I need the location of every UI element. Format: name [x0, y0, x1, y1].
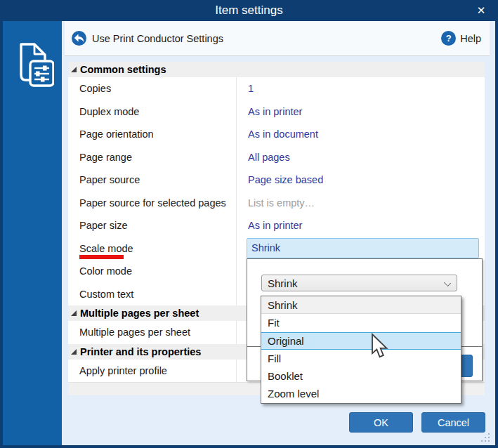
row-value[interactable]: 1: [236, 77, 485, 100]
option-fill[interactable]: Fill: [261, 350, 461, 367]
item-settings-dialog: Item settings ✕: [0, 0, 498, 448]
row-value[interactable]: All pages: [236, 146, 485, 169]
help-button[interactable]: ? Help: [441, 31, 481, 46]
scale-mode-selected-cell[interactable]: Shrink: [247, 238, 479, 258]
ok-button[interactable]: OK: [349, 412, 413, 433]
row-duplex-mode[interactable]: Duplex mode As in printer: [68, 100, 485, 124]
use-print-conductor-settings-button[interactable]: Use Print Conductor Settings: [72, 31, 223, 46]
option-fit[interactable]: Fit: [261, 314, 461, 331]
dialog-body: Use Print Conductor Settings ? Help Comm…: [3, 21, 495, 445]
row-value[interactable]: Page size based: [236, 169, 485, 192]
triangle-expanded-icon: [71, 310, 77, 316]
row-paper-source-selected-pages[interactable]: Paper source for selected pages List is …: [68, 192, 485, 215]
toolbar: Use Print Conductor Settings ? Help: [65, 21, 490, 56]
row-label: Custom text: [68, 283, 236, 306]
row-label: Paper source for selected pages: [68, 192, 236, 215]
cancel-button[interactable]: Cancel: [421, 412, 485, 433]
triangle-expanded-icon: [71, 67, 77, 72]
red-underline-annotation: [79, 255, 124, 259]
row-value[interactable]: List is empty…: [236, 192, 485, 215]
row-label: Paper source: [68, 169, 236, 192]
mouse-arrow-pointer: [371, 333, 389, 362]
dialog-title: Item settings: [0, 0, 498, 21]
row-value[interactable]: As in document: [236, 123, 485, 146]
row-label: Color mode: [68, 260, 236, 283]
undo-arrow-icon: [72, 31, 86, 46]
row-value[interactable]: As in printer: [236, 100, 485, 124]
section-common-settings[interactable]: Common settings: [68, 62, 485, 77]
row-label: Page orientation: [68, 123, 236, 146]
combobox-value: Shrink: [268, 277, 298, 289]
title-bar[interactable]: Item settings ✕: [0, 0, 498, 21]
row-copies[interactable]: Copies 1: [68, 77, 485, 100]
row-value[interactable]: As in printer: [236, 214, 485, 237]
scale-mode-combobox[interactable]: Shrink: [261, 275, 457, 291]
row-label: Page range: [68, 146, 236, 169]
use-print-conductor-settings-label: Use Print Conductor Settings: [92, 33, 223, 44]
option-booklet[interactable]: Booklet: [261, 367, 461, 385]
row-label: Copies: [68, 77, 236, 100]
row-label: Multiple pages per sheet: [68, 321, 236, 344]
option-zoom-level[interactable]: Zoom level: [261, 385, 461, 402]
row-paper-size[interactable]: Paper size As in printer: [68, 214, 485, 237]
option-shrink[interactable]: Shrink: [261, 296, 461, 314]
help-label: Help: [460, 33, 481, 44]
row-label: Paper size: [68, 214, 236, 237]
row-label: Apply printer profile: [68, 360, 236, 383]
chevron-down-icon: [444, 279, 451, 286]
row-value[interactable]: Shrink: [236, 237, 485, 261]
close-icon[interactable]: ✕: [473, 2, 490, 19]
triangle-expanded-icon: [71, 349, 77, 355]
row-page-orientation[interactable]: Page orientation As in document: [68, 123, 485, 146]
row-label: Scale mode: [68, 237, 236, 261]
scale-mode-dropdown-list: Shrink Fit Original Fill Booklet Zoom le…: [261, 296, 461, 404]
row-label: Duplex mode: [68, 100, 236, 124]
row-scale-mode[interactable]: Scale mode Shrink: [68, 237, 485, 261]
section-label: Printer and its properties: [80, 346, 201, 357]
question-mark-icon: ?: [441, 31, 456, 46]
section-label: Multiple pages per sheet: [80, 308, 199, 319]
row-page-range[interactable]: Page range All pages: [68, 146, 485, 169]
document-settings-icon: [11, 39, 54, 90]
section-label: Common settings: [80, 64, 166, 75]
sidebar: [3, 21, 62, 445]
row-paper-source[interactable]: Paper source Page size based: [68, 169, 485, 192]
resize-grip-dots[interactable]: [479, 431, 490, 442]
option-original[interactable]: Original: [261, 332, 461, 350]
